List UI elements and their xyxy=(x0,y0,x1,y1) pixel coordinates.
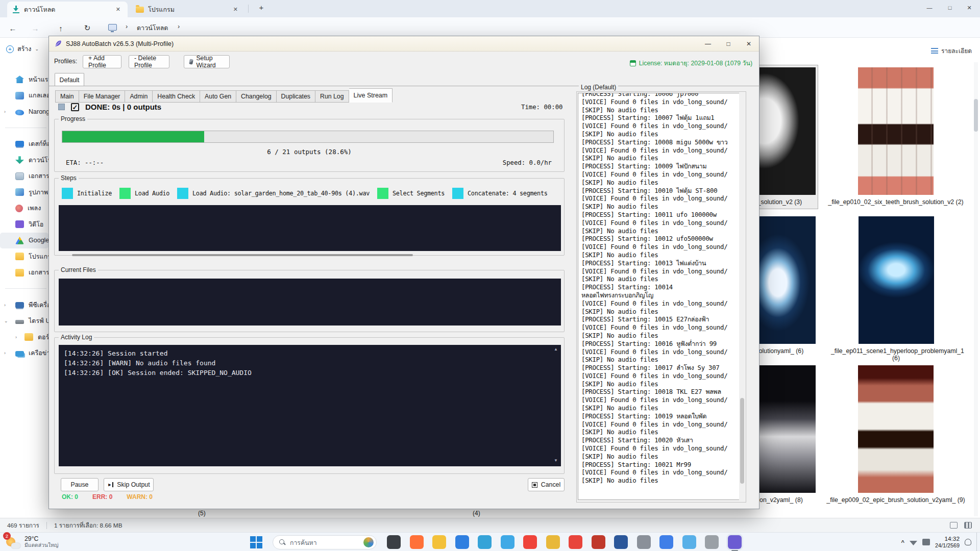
log-output[interactable]: [PROCESS] Starting: 10006 jp7000 [VOICE]… xyxy=(578,93,740,500)
stop-indicator[interactable] xyxy=(58,104,65,110)
taskbar-app-icon[interactable] xyxy=(478,535,492,549)
chevron-icon[interactable]: › xyxy=(4,109,6,114)
section-tab[interactable]: Admin xyxy=(125,90,153,103)
log-line: [SKIP] No audio files xyxy=(581,356,740,364)
taskbar-app-icon[interactable] xyxy=(455,535,469,549)
taskbar-app-icon[interactable] xyxy=(705,535,719,549)
sidebar-item[interactable]: ⌄ ไดรฟ์ US xyxy=(0,313,48,330)
clock[interactable]: 14:32 24/1/2569 xyxy=(935,536,960,549)
sidebar-item[interactable]: หน้าแรก xyxy=(0,71,48,88)
taskbar-search-input[interactable]: การค้นหา xyxy=(273,535,377,549)
autobatch-close-button[interactable]: ✕ xyxy=(739,36,759,51)
setup-wizard-button[interactable]: Setup Wizard xyxy=(184,55,230,68)
show-desktop-button[interactable] xyxy=(976,533,978,551)
volume-icon[interactable] xyxy=(922,539,930,545)
scroll-up-icon[interactable]: ▲ xyxy=(554,347,558,352)
new-tab-button[interactable]: + xyxy=(255,3,267,14)
section-tab[interactable]: Changelog xyxy=(236,90,277,103)
thumbnail-view-toggle[interactable] xyxy=(964,522,972,529)
taskbar-app-icon[interactable] xyxy=(569,535,582,549)
sidebar-item[interactable]: รูปภาพ xyxy=(0,184,48,201)
taskbar-app-icon[interactable] xyxy=(387,535,401,549)
sidebar-item[interactable]: › พีซีเครื่อง xyxy=(0,297,48,313)
section-tab[interactable]: Health Check xyxy=(153,90,200,103)
taskbar-app-icon[interactable] xyxy=(546,535,560,549)
taskbar-app-icon[interactable] xyxy=(501,535,514,549)
progress-text: 6 / 21 outputs (28.6%) xyxy=(55,148,564,156)
file-tile[interactable]: _file_ep011_scene1_hyperloop_problemyaml… xyxy=(831,216,961,362)
taskbar-app-icon[interactable] xyxy=(614,535,628,549)
taskbar-app-icon[interactable] xyxy=(637,535,651,549)
add-profile-button[interactable]: + Add Profile xyxy=(83,55,121,68)
taskbar-app-icon[interactable] xyxy=(523,535,537,549)
new-item-button[interactable]: + สร้าง ⌄ xyxy=(6,44,39,54)
cancel-button[interactable]: Cancel xyxy=(528,478,565,491)
explorer-minimize-button[interactable]: — xyxy=(920,0,939,15)
scroll-down-icon[interactable]: ▼ xyxy=(554,458,558,463)
taskbar-app-icon[interactable] xyxy=(410,535,424,549)
chevron-icon[interactable]: › xyxy=(15,335,17,340)
scrollbar-thumb[interactable] xyxy=(740,398,744,484)
sidebar-item[interactable]: › ดอร์สตี้ xyxy=(0,329,48,345)
profile-tab-default[interactable]: Default xyxy=(55,73,84,86)
section-tab[interactable]: Run Log xyxy=(315,90,349,103)
delete-profile-button[interactable]: - Delete Profile xyxy=(129,55,169,68)
sidebar-item[interactable]: แกลเลอรี xyxy=(0,88,48,104)
section-tab[interactable]: File Manager xyxy=(79,90,126,103)
autobatch-minimize-button[interactable]: — xyxy=(698,36,718,51)
back-button[interactable]: ← xyxy=(6,21,19,35)
sidebar-item[interactable]: เอกสาร xyxy=(0,168,48,185)
skip-output-button[interactable]: ► Skip Output xyxy=(104,478,154,491)
chevron-icon[interactable]: ⌄ xyxy=(4,318,8,323)
done-checkbox[interactable]: ✓ xyxy=(71,103,79,111)
up-button[interactable]: ↑ xyxy=(54,21,67,35)
explorer-maximize-button[interactable]: □ xyxy=(940,0,960,15)
content-scrollbar[interactable] xyxy=(974,62,978,516)
explorer-tab-downloads[interactable]: ดาวน์โหลด ✕ xyxy=(7,2,128,17)
section-tab[interactable]: Duplicates xyxy=(277,90,315,103)
section-tab[interactable]: Main xyxy=(55,90,79,103)
sidebar-item[interactable]: วิดีโอ xyxy=(0,216,48,233)
view-details-button[interactable]: รายละเอียด xyxy=(931,46,972,56)
sidebar-item[interactable]: โปรแกรม xyxy=(0,248,48,265)
scrollbar-thumb[interactable] xyxy=(974,99,978,132)
sidebar-item[interactable]: › เครือข่าย xyxy=(0,345,48,362)
start-button[interactable] xyxy=(250,536,262,548)
chevron-icon[interactable]: › xyxy=(4,350,6,356)
tray-overflow-icon[interactable]: ^ xyxy=(901,539,904,545)
sidebar-item[interactable]: เดสก์ท็อป xyxy=(0,136,48,153)
file-tile[interactable]: _file_ep010_02_six_teeth_brush_solution_… xyxy=(822,67,970,206)
chevron-icon[interactable]: › xyxy=(4,303,6,308)
sidebar-item[interactable]: เพลง xyxy=(0,201,48,217)
pause-button[interactable]: Pause xyxy=(61,478,99,491)
sidebar-item[interactable]: Google xyxy=(0,233,48,249)
section-tab[interactable]: Live Stream xyxy=(349,88,393,103)
section-tab[interactable]: Auto Gen xyxy=(200,90,236,103)
autobatch-maximize-button[interactable]: □ xyxy=(718,36,739,51)
refresh-button[interactable]: ↻ xyxy=(81,21,94,35)
sidebar-item[interactable]: ดาวน์โหลด xyxy=(0,152,48,168)
taskbar-app-icon[interactable] xyxy=(592,535,605,549)
activity-log-panel[interactable]: [14:32:26] Session started [14:32:26] [W… xyxy=(59,345,561,466)
explorer-tab-programs[interactable]: โปรแกรม ✕ xyxy=(131,2,245,17)
breadcrumb-downloads[interactable]: ดาวน์โหลด xyxy=(137,23,168,33)
close-tab-icon[interactable]: ✕ xyxy=(114,6,122,13)
taskbar-app-icon[interactable] xyxy=(682,535,696,549)
forward-button[interactable]: → xyxy=(29,21,42,35)
log-line: [PROCESS] Starting: 10010 ไฟตุ้ม ST-800 xyxy=(581,187,740,195)
network-icon[interactable] xyxy=(910,539,917,545)
taskbar-app-icon[interactable] xyxy=(728,535,742,549)
steps-horizontal-scrollbar[interactable] xyxy=(72,254,413,256)
autobatch-title-bar[interactable]: SJ88 AutoBatch v26.5.3 (Multi-Profile) —… xyxy=(49,36,759,52)
sidebar-item[interactable]: เอกสาร xyxy=(0,265,48,281)
close-tab-icon[interactable]: ✕ xyxy=(231,6,240,13)
explorer-close-button[interactable]: ✕ xyxy=(960,0,979,15)
weather-widget[interactable]: 2 29°C มีแดดส่วนใหญ่ xyxy=(5,534,59,549)
file-tile[interactable]: _file_ep009_02_epic_brush_solution_v2yam… xyxy=(822,365,970,504)
sidebar-item[interactable]: › Narong xyxy=(0,104,48,120)
details-view-toggle[interactable] xyxy=(950,522,958,529)
log-scrollbar[interactable] xyxy=(739,93,745,500)
notification-bell-icon[interactable] xyxy=(965,539,971,545)
taskbar-app-icon[interactable] xyxy=(432,535,446,549)
taskbar-app-icon[interactable] xyxy=(659,535,673,549)
